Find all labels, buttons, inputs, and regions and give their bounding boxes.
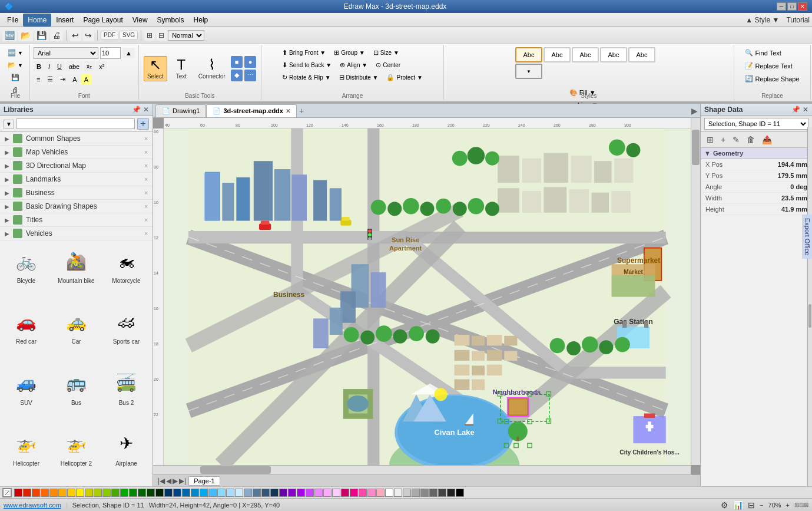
color-swatch[interactable] bbox=[385, 489, 393, 497]
thumbnail-helicopter2[interactable]: 🚁 Helicopter 2 bbox=[52, 426, 100, 484]
color-swatch[interactable] bbox=[323, 489, 332, 497]
color-swatch[interactable] bbox=[306, 489, 314, 497]
website-link[interactable]: www.edrawsoft.com bbox=[4, 502, 61, 509]
color-swatch[interactable] bbox=[200, 489, 208, 497]
color-swatch[interactable] bbox=[288, 489, 296, 497]
shape-select-dropdown[interactable]: Selection, Shape ID = 11 bbox=[704, 118, 808, 130]
subscript-button[interactable]: x₂ bbox=[84, 61, 95, 72]
menu-symbols[interactable]: Symbols bbox=[153, 14, 189, 27]
font-size-up[interactable]: ▲ bbox=[122, 48, 135, 58]
save-button[interactable]: 💾 bbox=[34, 29, 49, 41]
color-swatch[interactable] bbox=[403, 489, 411, 497]
color-swatch[interactable] bbox=[155, 489, 164, 497]
shape-data-export[interactable]: 📤 bbox=[760, 134, 774, 146]
open-file-button[interactable]: 📂 ▼ bbox=[5, 60, 26, 71]
color-swatch[interactable] bbox=[102, 489, 111, 497]
undo-button[interactable]: ↩ bbox=[69, 29, 81, 41]
thumbnail-airplane[interactable]: ✈ Airplane bbox=[102, 426, 150, 484]
bold-button[interactable]: B bbox=[34, 61, 44, 72]
distribute-button[interactable]: ⊟ Distribute ▼ bbox=[336, 72, 382, 83]
color-swatch[interactable] bbox=[420, 489, 429, 497]
status-view1[interactable]: 📊 bbox=[733, 500, 743, 510]
align-left-button[interactable]: ≡ bbox=[34, 74, 43, 85]
canvas-scrollbar-horizontal[interactable] bbox=[153, 465, 691, 474]
color-swatch[interactable] bbox=[314, 489, 323, 497]
color-swatch[interactable] bbox=[138, 489, 146, 497]
canvas-scrollbar-vertical[interactable] bbox=[691, 118, 700, 465]
color-swatch[interactable] bbox=[173, 489, 181, 497]
menu-help[interactable]: Help bbox=[189, 14, 213, 27]
color-swatch[interactable] bbox=[456, 489, 464, 497]
save-file-button[interactable]: 💾 bbox=[8, 72, 22, 83]
color-swatch[interactable] bbox=[23, 489, 31, 497]
menu-insert[interactable]: Insert bbox=[51, 14, 78, 27]
color-swatch[interactable] bbox=[67, 489, 75, 497]
bring-front-button[interactable]: ⬆ Bring Front ▼ bbox=[279, 47, 329, 58]
text-color-button[interactable]: A bbox=[69, 74, 79, 85]
sidebar-close[interactable]: ✕ bbox=[143, 106, 149, 114]
tab-close-button[interactable]: ✕ bbox=[286, 108, 290, 114]
replace-shape-button[interactable]: 🔄 Replace Shape bbox=[742, 73, 802, 84]
new-button[interactable]: 🆕 bbox=[2, 29, 17, 41]
center-button[interactable]: ⊙ Center bbox=[373, 60, 403, 71]
color-swatch[interactable] bbox=[279, 489, 287, 497]
library-item-basic_drawing[interactable]: ▶ Basic Drawing Shapes × bbox=[0, 200, 153, 213]
superscript-button[interactable]: x² bbox=[96, 61, 107, 72]
shape-data-delete[interactable]: 🗑 bbox=[744, 134, 757, 146]
style-box-6[interactable]: ▼ bbox=[515, 64, 542, 79]
rectangle-button[interactable]: ■ bbox=[231, 56, 243, 68]
library-item-titles[interactable]: ▶ Titles × bbox=[0, 213, 153, 227]
color-swatch[interactable] bbox=[41, 489, 49, 497]
color-swatch[interactable] bbox=[32, 489, 40, 497]
color-swatch[interactable] bbox=[244, 489, 252, 497]
size-button[interactable]: ⊡ Size ▼ bbox=[370, 47, 402, 58]
tab-street-map[interactable]: 📄 3d-street-map.eddx ✕ bbox=[206, 104, 296, 117]
find-text-button[interactable]: 🔍 Find Text bbox=[742, 47, 802, 58]
select-tool-button[interactable]: ↖ Select bbox=[144, 56, 167, 81]
rotate-button[interactable]: ↻ Rotate & Flip ▼ bbox=[279, 72, 333, 83]
tab-drawing1[interactable]: 📄 Drawing1 bbox=[155, 104, 206, 117]
minimize-button[interactable]: ─ bbox=[777, 2, 786, 11]
print-button[interactable]: 🖨 bbox=[50, 29, 63, 41]
color-swatch[interactable] bbox=[226, 489, 234, 497]
section-expand[interactable]: ▼ bbox=[704, 150, 711, 157]
color-swatch[interactable] bbox=[447, 489, 455, 497]
more-shapes-button[interactable]: ⋯ bbox=[244, 70, 256, 81]
color-swatch[interactable] bbox=[14, 489, 22, 497]
thumbnail-sports_car[interactable]: 🏎 Sports car bbox=[102, 304, 150, 362]
page-first-button[interactable]: |◀ bbox=[158, 477, 165, 485]
page-tab-1[interactable]: Page-1 bbox=[188, 476, 220, 486]
color-swatch[interactable] bbox=[147, 489, 155, 497]
thumbnail-bus2[interactable]: 🚎 Bus 2 bbox=[102, 365, 150, 423]
thumbnail-bicycle[interactable]: 🚲 Bicycle bbox=[2, 243, 50, 301]
strikethrough-button[interactable]: abc bbox=[66, 61, 82, 72]
library-item-directional[interactable]: ▶ 3D Directional Map × bbox=[0, 159, 153, 173]
thumbnail-helicopter[interactable]: 🚁 Helicopter bbox=[2, 426, 50, 484]
protect-button[interactable]: 🔒 Protect ▼ bbox=[383, 72, 425, 83]
shape-data-pin[interactable]: 📌 bbox=[791, 106, 800, 114]
no-color-swatch[interactable] bbox=[2, 488, 12, 497]
highlight-button[interactable]: A bbox=[81, 74, 91, 85]
map-canvas[interactable]: Civan Lake bbox=[164, 128, 691, 465]
thumbnail-red_car[interactable]: 🚗 Red car bbox=[2, 304, 50, 362]
view-button[interactable]: ⊟ bbox=[156, 30, 167, 41]
tabs-scroll-right[interactable]: ▶ bbox=[691, 106, 698, 116]
color-swatch[interactable] bbox=[208, 489, 217, 497]
underline-button[interactable]: U bbox=[54, 61, 65, 72]
tab-add-button[interactable]: + bbox=[299, 106, 304, 116]
color-swatch[interactable] bbox=[235, 489, 243, 497]
style-box-3[interactable]: Abc bbox=[572, 47, 599, 62]
color-swatch[interactable] bbox=[297, 489, 305, 497]
open-button[interactable]: 📂 bbox=[18, 29, 33, 41]
color-swatch[interactable] bbox=[94, 489, 102, 497]
color-swatch[interactable] bbox=[85, 489, 93, 497]
style-box-1[interactable]: Abc bbox=[515, 47, 542, 62]
connector-tool-button[interactable]: ⌇ Connector bbox=[195, 56, 228, 81]
align-button[interactable]: ⊜ Align ▼ bbox=[337, 60, 370, 71]
color-swatch[interactable] bbox=[111, 489, 120, 497]
maximize-button[interactable]: □ bbox=[787, 2, 797, 11]
menu-view[interactable]: View bbox=[128, 14, 153, 27]
color-swatch[interactable] bbox=[261, 489, 270, 497]
color-swatch[interactable] bbox=[394, 489, 402, 497]
color-swatch[interactable] bbox=[376, 489, 385, 497]
